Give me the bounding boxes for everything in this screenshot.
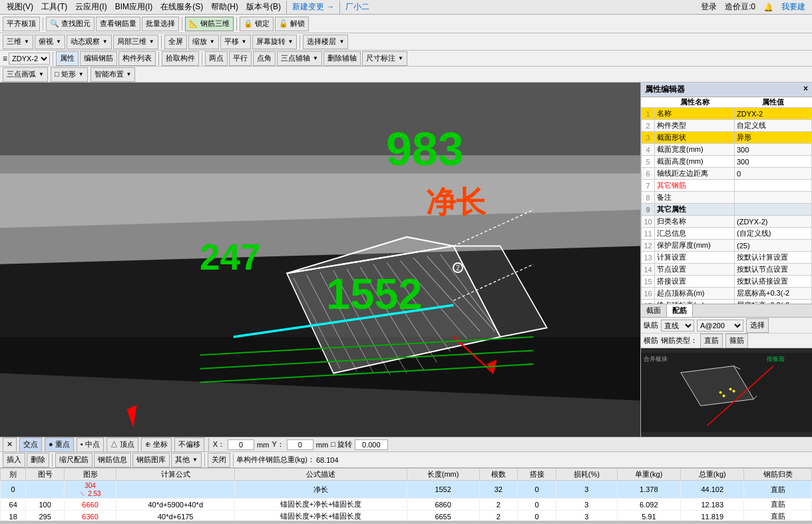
help-btn[interactable]: 我要建 bbox=[777, 1, 809, 13]
close-btn[interactable]: 关闭 bbox=[208, 453, 230, 467]
rebar-tab[interactable]: 配筋 bbox=[667, 304, 693, 317]
property-scroll[interactable]: 属性名称 属性值 1名称ZDYX-22构件类型自定义线3截面形状异形4截面宽度(… bbox=[641, 97, 812, 304]
three-point-aux-btn[interactable]: 三点辅轴 bbox=[277, 51, 322, 66]
prop-row-name: 计算设置 bbox=[655, 252, 735, 264]
prop-row-value[interactable]: (自定义线) bbox=[735, 228, 812, 240]
edit-rebar-tab[interactable]: 编辑钢筋 bbox=[80, 51, 117, 66]
rebar-3d-btn[interactable]: 📐 钢筋三维 bbox=[185, 17, 234, 31]
status-bar: ✕ 交点 ● 重点 • 中点 △ 顶点 ⊕ 坐标 不偏移 X： mm Y： mm… bbox=[0, 437, 812, 451]
parallel-btn[interactable]: 平行 bbox=[229, 51, 252, 66]
snap-vertex-btn[interactable]: △ 顶点 bbox=[106, 437, 138, 452]
prop-row-value[interactable] bbox=[735, 180, 812, 192]
select-floor-btn[interactable]: 选择楼层 bbox=[303, 35, 348, 49]
rebar-library-btn[interactable]: 钢筋图库 bbox=[132, 453, 170, 467]
component-select[interactable]: ZDYX-2 bbox=[9, 53, 50, 65]
batch-select-btn[interactable]: 批量选择 bbox=[142, 17, 179, 31]
prop-row-value[interactable]: ZDYX-2 bbox=[735, 108, 812, 120]
prop-row-value[interactable] bbox=[735, 192, 812, 204]
prop-row-value[interactable] bbox=[735, 204, 812, 216]
dynamic-orbit-btn[interactable]: 动态观察 bbox=[67, 35, 112, 49]
sep bbox=[208, 438, 209, 451]
flat-top-btn[interactable]: 平齐板顶 bbox=[3, 17, 40, 31]
property-row: 10归类名称(ZDYX-2) bbox=[642, 216, 812, 228]
zoom-btn[interactable]: 缩放 bbox=[188, 35, 219, 49]
rebar-info-btn[interactable]: 钢筋信息 bbox=[94, 453, 131, 467]
three-point-arc-btn[interactable]: 三点画弧 bbox=[3, 67, 48, 82]
fullscreen-btn[interactable]: 全屏 bbox=[164, 35, 187, 49]
pan-btn[interactable]: 平移 bbox=[220, 35, 251, 49]
prop-row-value[interactable]: 异形 bbox=[735, 132, 812, 144]
sep bbox=[43, 17, 43, 31]
snap-endpoint-btn[interactable]: 交点 bbox=[19, 437, 42, 452]
col-propval: 属性值 bbox=[735, 97, 812, 108]
menu-cloud[interactable]: 云应用(I) bbox=[71, 1, 110, 13]
3d-viewport[interactable]: 983 净长 247 1552 2 bbox=[0, 83, 640, 437]
prop-row-value[interactable]: (25) bbox=[735, 240, 812, 252]
prop-row-value[interactable]: 300 bbox=[735, 156, 812, 168]
menu-tools[interactable]: 工具(T) bbox=[37, 1, 71, 13]
longitudinal-spec-select[interactable]: A@200 bbox=[697, 320, 743, 332]
rebar-row[interactable]: 64100666040*d+5900+40*d锚固长度+净长+锚固长度68602… bbox=[1, 499, 812, 511]
prop-row-value[interactable]: 300 bbox=[735, 144, 812, 156]
longitudinal-type-select[interactable]: 直线 bbox=[661, 320, 694, 332]
view-rebar-btn[interactable]: 查看钢筋量 bbox=[96, 17, 140, 31]
select-rebar-btn[interactable]: 选择 bbox=[746, 318, 769, 333]
rectangle-btn[interactable]: □ 矩形 bbox=[51, 67, 88, 82]
menu-help[interactable]: 帮助(H) bbox=[207, 1, 242, 13]
menu-online[interactable]: 在线服务(S) bbox=[156, 1, 207, 13]
x-input[interactable] bbox=[228, 439, 254, 450]
screen-rotate-btn[interactable]: 屏幕旋转 bbox=[252, 35, 298, 49]
straight-rebar-btn[interactable]: 直筋 bbox=[700, 334, 723, 348]
3d-view-btn[interactable]: 三维 bbox=[3, 35, 33, 49]
two-points-btn[interactable]: 两点 bbox=[205, 51, 228, 66]
delete-btn[interactable]: 删除 bbox=[27, 453, 49, 467]
bell-icon[interactable]: 🔔 bbox=[759, 3, 777, 12]
property-editor-close[interactable]: × bbox=[803, 84, 808, 95]
menu-newchange[interactable]: 新建变更 → bbox=[288, 1, 338, 13]
prop-row-value[interactable]: 按默认计算设置 bbox=[735, 252, 812, 264]
snap-midpoint-btn[interactable]: ● 重点 bbox=[45, 437, 74, 452]
lock-btn[interactable]: 🔒 锁定 bbox=[240, 17, 274, 31]
property-tab[interactable]: 属性 bbox=[56, 51, 79, 66]
rebar-cell: 2 bbox=[479, 499, 518, 511]
prop-row-num: 12 bbox=[642, 240, 655, 252]
menu-view[interactable]: 视图(V) bbox=[3, 1, 37, 13]
snap-intersect-btn[interactable]: ✕ bbox=[3, 437, 17, 452]
prop-row-value[interactable]: 0 bbox=[735, 168, 812, 180]
login-btn[interactable]: 登录 bbox=[697, 1, 721, 13]
local-3d-btn[interactable]: 局部三维 bbox=[113, 35, 158, 49]
prop-row-value[interactable]: (ZDYX-2) bbox=[735, 216, 812, 228]
point-angle-btn[interactable]: 点角 bbox=[253, 51, 276, 66]
y-input[interactable] bbox=[287, 439, 313, 450]
prop-row-value[interactable]: 自定义线 bbox=[735, 120, 812, 132]
rotate-input[interactable] bbox=[355, 439, 388, 450]
pick-component-btn[interactable]: 拾取构件 bbox=[162, 51, 199, 66]
property-row: 14节点设置按默认节点设置 bbox=[642, 264, 812, 276]
dim-label-btn[interactable]: 尺寸标注 bbox=[362, 51, 407, 66]
top-view-btn[interactable]: 俯视 bbox=[35, 35, 65, 49]
menu-bim[interactable]: BIM应用(I) bbox=[111, 1, 157, 13]
section-tab[interactable]: 截面 bbox=[641, 304, 667, 317]
prop-row-value[interactable]: 按默认搭接设置 bbox=[735, 276, 812, 288]
other-btn[interactable]: 其他 bbox=[171, 453, 202, 467]
menu-version[interactable]: 版本号(B) bbox=[242, 1, 285, 13]
insert-btn[interactable]: 插入 bbox=[3, 453, 25, 467]
smart-layout-btn[interactable]: 智能布置 bbox=[91, 67, 136, 82]
menu-factory[interactable]: 厂小二 bbox=[341, 1, 373, 13]
scale-rebar-btn[interactable]: 缩尺配筋 bbox=[55, 453, 93, 467]
del-aux-btn[interactable]: 删除辅轴 bbox=[323, 51, 361, 66]
bottom-toolbar: 插入 删除 缩尺配筋 钢筋信息 钢筋图库 其他 关闭 单构件伴钢筋总重(kg)：… bbox=[0, 451, 812, 467]
stirrup-rebar-btn[interactable]: 箍筋 bbox=[725, 334, 748, 348]
find-element-btn[interactable]: 🔍 查找图元 bbox=[46, 17, 95, 31]
unlock-btn[interactable]: 🔓 解锁 bbox=[275, 17, 309, 31]
prop-row-value[interactable]: 层底标高+0.3(-2 bbox=[735, 288, 812, 300]
svg-point-39 bbox=[732, 390, 735, 393]
no-offset-btn[interactable]: 不偏移 bbox=[174, 437, 204, 452]
snap-center-btn[interactable]: • 中点 bbox=[77, 437, 104, 452]
rebar-row[interactable]: 18295636040*d+6175锚固长度+净长+锚固长度66552035.9… bbox=[1, 511, 812, 521]
rebar-col-header-1: 图号 bbox=[26, 469, 65, 481]
snap-coord-btn[interactable]: ⊕ 坐标 bbox=[141, 437, 172, 452]
rebar-row[interactable]: 0304⟍ 2.53净长155232031.37844.102直筋 bbox=[1, 481, 812, 499]
component-list-tab[interactable]: 构件列表 bbox=[118, 51, 156, 66]
prop-row-value[interactable]: 按默认节点设置 bbox=[735, 264, 812, 276]
